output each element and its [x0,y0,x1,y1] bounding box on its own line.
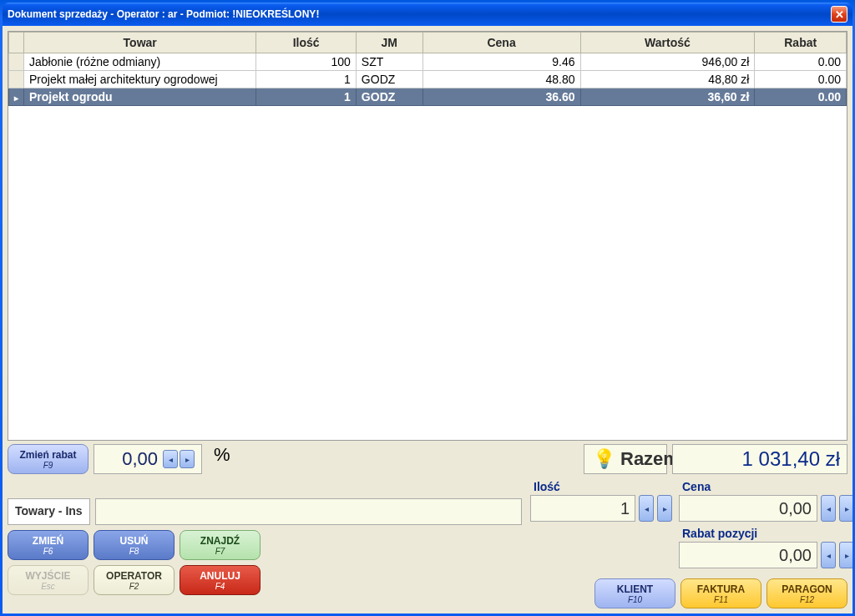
znajdz-button[interactable]: ZNAJDŹ F7 [180,530,261,560]
cena-increment-icon[interactable]: ▸ [839,495,852,522]
items-grid[interactable]: Towar Ilość JM Cena Wartość Rabat Jabłon… [8,31,847,441]
cena-decrement-icon[interactable]: ◂ [821,495,836,522]
total-label-box: 💡 Razem [584,444,667,474]
bulb-icon: 💡 [593,448,615,470]
window-title: Dokument sprzedaży - Operator : ar - Pod… [8,8,831,20]
towary-input[interactable] [95,498,522,525]
paragon-button[interactable]: PARAGON F12 [766,578,847,608]
col-jm[interactable]: JM [356,33,422,53]
close-icon[interactable]: ✕ [831,6,847,23]
col-wartosc[interactable]: Wartość [580,33,755,53]
table-row[interactable]: Projekt ogrodu1GODZ36.6036,60 zł0.00 [9,88,847,106]
rabat-decrement-icon[interactable]: ◂ [821,542,836,568]
cena-input[interactable]: 0,00 [679,495,817,522]
discount-decrement-icon[interactable]: ◂ [163,450,178,468]
percent-label: % [214,444,230,474]
table-row[interactable]: Jabłonie (różne odmiany)100SZT9.46946,00… [9,53,847,71]
total-value: 1 031,40 zł [672,444,847,474]
usun-button[interactable]: USUŃ F8 [94,530,175,560]
change-discount-button[interactable]: Zmień rabat F9 [8,444,89,474]
rabat-increment-icon[interactable]: ▸ [839,542,852,568]
cena-label: Cena [679,478,852,495]
table-row[interactable]: Projekt małej architektury ogrodowej1GOD… [9,71,847,88]
title-bar: Dokument sprzedaży - Operator : ar - Pod… [3,3,852,26]
towary-label: Towary - Ins [8,498,90,525]
klient-button[interactable]: KLIENT F10 [594,578,675,608]
wyjscie-button[interactable]: WYJŚCIE Esc [8,565,89,595]
discount-value-box[interactable]: 0,00 ◂ ▸ [94,444,202,474]
ilosc-input[interactable]: 1 [530,495,635,522]
anuluj-button[interactable]: ANULUJ F4 [180,565,261,595]
discount-increment-icon[interactable]: ▸ [180,450,195,468]
ilosc-decrement-icon[interactable]: ◂ [639,495,654,522]
faktura-button[interactable]: FAKTURA F11 [680,578,761,608]
col-rabat[interactable]: Rabat [755,33,847,53]
rabat-pozycji-label: Rabat pozycji [679,525,852,542]
col-cena[interactable]: Cena [422,33,580,53]
col-towar[interactable]: Towar [24,33,256,53]
rabat-pozycji-input[interactable]: 0,00 [679,542,817,568]
col-ilosc[interactable]: Ilość [256,33,356,53]
ilosc-increment-icon[interactable]: ▸ [657,495,672,522]
ilosc-label: Ilość [530,478,672,495]
zmien-button[interactable]: ZMIEŃ F6 [8,530,89,560]
operator-button[interactable]: OPERATOR F2 [94,565,175,595]
